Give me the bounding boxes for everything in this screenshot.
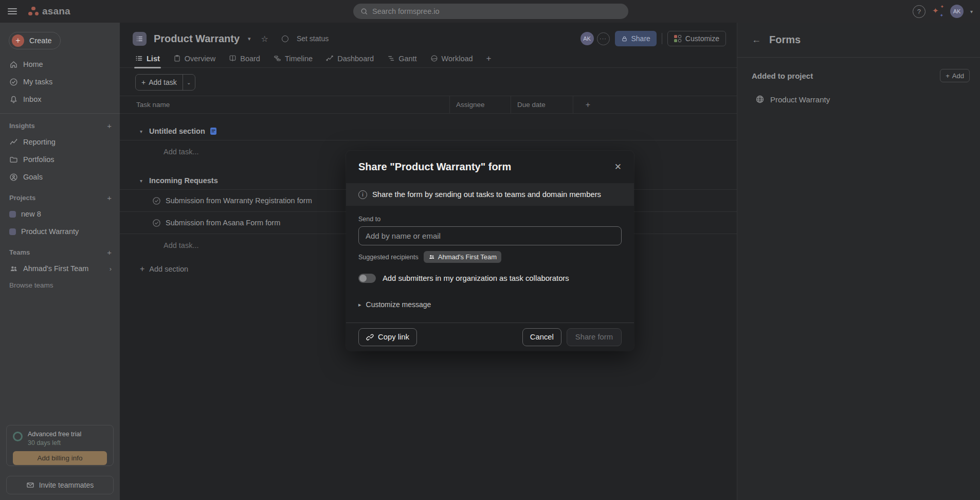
tab-list[interactable]: List xyxy=(135,49,160,68)
search-input[interactable] xyxy=(372,7,621,15)
tab-label: Overview xyxy=(185,55,215,63)
add-section-label: Add section xyxy=(149,265,188,273)
sidebar-item-label: Home xyxy=(23,60,43,68)
form-item-product-warranty[interactable]: Product Warranty xyxy=(755,95,980,104)
tab-label: Timeline xyxy=(285,55,313,63)
back-arrow-icon[interactable]: ← xyxy=(752,34,761,45)
section-header-untitled[interactable]: ▾ Untitled section xyxy=(120,122,737,140)
section-collapse-icon[interactable]: ▾ xyxy=(140,178,146,184)
share-label: Share xyxy=(631,34,650,43)
add-insight-icon[interactable]: + xyxy=(107,121,112,130)
favorite-star-icon[interactable]: ☆ xyxy=(261,34,268,44)
add-team-icon[interactable]: + xyxy=(107,248,112,257)
asana-logo[interactable]: asana xyxy=(28,6,70,17)
account-chevron-icon[interactable]: ▾ xyxy=(970,9,973,14)
task-check-icon[interactable] xyxy=(152,197,161,205)
help-icon[interactable]: ? xyxy=(913,5,925,18)
add-view-icon[interactable]: + xyxy=(486,53,492,64)
submitters-toggle[interactable] xyxy=(358,274,376,283)
create-button[interactable]: + Create xyxy=(9,32,61,49)
copy-link-button[interactable]: Copy link xyxy=(358,328,417,346)
member-avatar[interactable]: AK xyxy=(580,32,594,45)
tab-workload[interactable]: Workload xyxy=(430,49,473,68)
tab-timeline[interactable]: Timeline xyxy=(274,49,313,68)
tab-overview[interactable]: Overview xyxy=(173,49,215,68)
folder-icon xyxy=(9,155,18,164)
plus-icon: + xyxy=(140,264,144,274)
project-color-swatch xyxy=(9,211,16,218)
add-form-button[interactable]: + Add xyxy=(940,69,970,82)
line-chart-icon xyxy=(9,138,18,147)
sidebar-toggle-icon[interactable] xyxy=(8,8,17,14)
added-to-project-row: Added to project + Add xyxy=(737,69,980,82)
tab-label: List xyxy=(147,55,160,63)
sidebar-item-project-product-warranty[interactable]: Product Warranty xyxy=(0,223,120,240)
modal-info-banner: i Share the form by sending out tasks to… xyxy=(346,183,634,206)
info-text: Share the form by sending out tasks to t… xyxy=(372,190,601,199)
sidebar-item-project-new8[interactable]: new 8 xyxy=(0,205,120,223)
add-column-icon[interactable]: + xyxy=(573,96,596,113)
customize-message-label: Customize message xyxy=(366,300,431,309)
dashboard-icon xyxy=(326,55,334,62)
sidebar-item-my-tasks[interactable]: My tasks xyxy=(0,73,120,91)
form-doc-icon[interactable] xyxy=(210,127,217,135)
user-avatar[interactable]: AK xyxy=(950,5,964,18)
add-task-button[interactable]: + Add task ⌄ xyxy=(135,74,195,91)
customize-button[interactable]: Customize xyxy=(667,31,726,46)
column-assignee[interactable]: Assignee xyxy=(449,96,511,113)
sidebar-section-projects: Projects + xyxy=(0,190,120,205)
section-collapse-icon[interactable]: ▾ xyxy=(140,129,146,134)
cancel-button[interactable]: Cancel xyxy=(522,328,561,346)
send-to-input[interactable] xyxy=(358,226,622,245)
task-check-icon[interactable] xyxy=(152,219,161,227)
task-name: Submission from Warranty Registration fo… xyxy=(166,197,312,205)
send-to-label: Send to xyxy=(358,216,622,223)
link-icon xyxy=(366,333,374,341)
add-project-icon[interactable]: + xyxy=(107,193,112,202)
invite-teammates-button[interactable]: Invite teammates xyxy=(6,476,114,494)
trial-card: Advanced free trial 30 days left Add bil… xyxy=(6,425,114,466)
added-to-project-label: Added to project xyxy=(752,72,813,80)
suggested-recipient-pill[interactable]: Ahmad's First Team xyxy=(424,251,501,263)
sidebar-section-insights: Insights + xyxy=(0,118,120,133)
plus-icon: + xyxy=(141,78,146,86)
add-task-dropdown-icon[interactable]: ⌄ xyxy=(183,75,195,90)
set-status-button[interactable]: Set status xyxy=(297,34,329,43)
sidebar-item-reporting[interactable]: Reporting xyxy=(0,133,120,151)
sidebar-nav: Home My tasks Inbox xyxy=(0,56,120,108)
share-button[interactable]: Share xyxy=(615,31,657,46)
topbar-actions: ? ✦✦✦ AK ▾ xyxy=(913,0,973,23)
add-billing-info-button[interactable]: Add billing info xyxy=(13,451,107,465)
header-divider xyxy=(662,33,662,44)
tab-label: Board xyxy=(240,55,260,63)
column-task-name[interactable]: Task name xyxy=(120,96,449,113)
section-title: Untitled section xyxy=(149,127,205,135)
sidebar-item-portfolios[interactable]: Portfolios xyxy=(0,151,120,168)
project-icon[interactable] xyxy=(133,32,147,46)
chevron-right-icon[interactable]: › xyxy=(110,265,112,273)
lock-icon xyxy=(621,35,628,42)
share-form-button[interactable]: Share form xyxy=(567,328,622,346)
tab-board[interactable]: Board xyxy=(229,49,260,68)
copy-link-label: Copy link xyxy=(378,333,409,341)
sidebar-item-team[interactable]: Ahmad's First Team › xyxy=(0,260,120,277)
modal-body: Send to Suggested recipients Ahmad's Fir… xyxy=(346,206,634,309)
sidebar-item-home[interactable]: Home xyxy=(0,56,120,73)
tab-dashboard[interactable]: Dashboard xyxy=(326,49,374,68)
section-title: Incoming Requests xyxy=(149,176,218,185)
customize-message-toggle[interactable]: ▸ Customize message xyxy=(358,300,622,309)
team-icon xyxy=(428,254,435,260)
browse-teams-link[interactable]: Browse teams xyxy=(0,277,120,293)
create-label: Create xyxy=(29,37,52,45)
tab-gantt[interactable]: Gantt xyxy=(387,49,416,68)
close-icon[interactable]: ✕ xyxy=(614,162,622,172)
column-due-date[interactable]: Due date xyxy=(511,96,573,113)
global-search[interactable] xyxy=(353,4,628,19)
more-options-icon[interactable]: ··· xyxy=(597,32,610,45)
sidebar-item-goals[interactable]: Goals xyxy=(0,168,120,186)
sidebar-item-inbox[interactable]: Inbox xyxy=(0,91,120,108)
tab-label: Dashboard xyxy=(337,55,374,63)
ai-sparkles-icon[interactable]: ✦✦✦ xyxy=(932,6,943,17)
sidebar-divider xyxy=(0,113,120,114)
title-chevron-icon[interactable]: ▾ xyxy=(248,35,251,42)
